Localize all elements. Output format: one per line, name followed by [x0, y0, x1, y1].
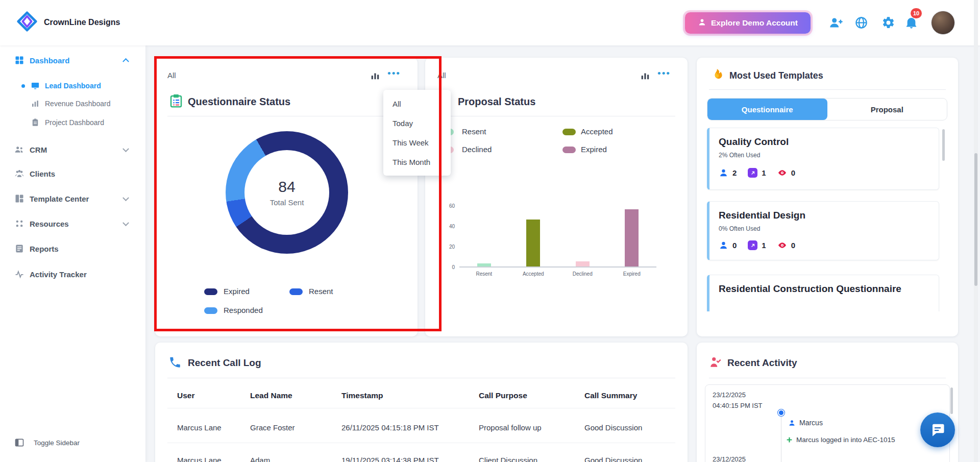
legend-label-declined: Declined [462, 145, 492, 154]
template-item[interactable]: Residential Construction Questionnaire 1… [707, 275, 939, 311]
gear-icon[interactable] [881, 16, 895, 30]
legend-label-resent: Resent [462, 127, 486, 136]
activity-action-text: Marcus logged in into AEC-1015 [796, 436, 895, 444]
template-item[interactable]: Quality Control 2% Often Used 2 1 0 [707, 128, 939, 190]
brand[interactable]: CrownLine Designs [15, 11, 120, 34]
sidebar-item-label: Activity Tracker [30, 270, 87, 279]
activity-user-name: Marcus [799, 419, 823, 427]
toggle-sidebar-label: Toggle Sidebar [34, 439, 80, 447]
chart-type-icon[interactable] [370, 70, 381, 81]
divider [167, 443, 675, 443]
total-sent-label: Total Sent [270, 198, 304, 207]
proposal-filter[interactable]: All [437, 71, 446, 80]
timeline-dot [778, 409, 785, 416]
legend-pill-resent [289, 288, 303, 295]
divider [437, 116, 675, 116]
cell-call-purpose: Client Discussion [479, 456, 537, 462]
sidebar-item-resources[interactable]: Resources [0, 214, 145, 233]
cell-timestamp: 26/11/2025 04:15:18 PM IST [341, 423, 439, 432]
template-list-scrollbar[interactable] [942, 129, 945, 161]
sidebar-item-project-dashboard[interactable]: Project Dashboard [0, 113, 145, 132]
bar-resent[interactable] [477, 263, 491, 266]
divider [709, 89, 946, 90]
user-avatar[interactable] [931, 11, 955, 35]
views-count: 0 [791, 168, 795, 177]
activity-title: Recent Activity [727, 357, 797, 369]
resources-icon [14, 218, 24, 229]
active-bullet [21, 84, 25, 88]
toggle-sidebar-button[interactable]: Toggle Sidebar [0, 433, 145, 452]
legend-label-expired: Expired [581, 145, 607, 154]
sidebar-item-lead-dashboard[interactable]: Lead Dashboard [0, 77, 145, 95]
sidebar-item-dashboard[interactable]: Dashboard [0, 51, 145, 69]
dropdown-option-all[interactable]: All [383, 94, 451, 113]
shares-count: 1 [762, 168, 766, 177]
x-tick: Expired [611, 271, 652, 277]
cell-lead-name: Adam [250, 456, 270, 462]
lead-dashboard-icon [31, 81, 40, 90]
questionnaire-donut[interactable]: 84 Total Sent [226, 131, 348, 254]
chart-type-icon[interactable] [640, 70, 651, 81]
fire-icon [709, 68, 724, 83]
chevron-down-icon [122, 145, 129, 152]
scrollbar-thumb[interactable] [974, 153, 977, 286]
notification-count-badge[interactable]: 10 [911, 8, 922, 18]
timeline-line [781, 415, 781, 462]
cell-user: Marcus Lane [177, 456, 222, 462]
more-options-icon[interactable]: ••• [657, 68, 671, 79]
tab-proposal[interactable]: Proposal [827, 99, 947, 120]
questionnaire-filter[interactable]: All [167, 71, 176, 80]
call-log-title: Recent Call Log [188, 357, 261, 369]
recent-call-log-card: Recent Call Log User Lead Name Timestamp… [155, 343, 688, 462]
col-user: User [177, 391, 194, 400]
divider [167, 378, 675, 378]
sidebar-item-revenue-dashboard[interactable]: Revenue Dashboard [0, 94, 145, 113]
globe-icon[interactable] [854, 16, 868, 30]
template-usage: 0% Often Used [719, 225, 760, 232]
clients-icon [14, 168, 24, 179]
proposal-card-title: Proposal Status [458, 96, 535, 108]
col-timestamp: Timestamp [341, 391, 383, 400]
dropdown-option-today[interactable]: Today [383, 113, 451, 133]
app-root: CrownLine Designs Explore Demo Account [0, 0, 980, 462]
dropdown-option-this-month[interactable]: This Month [383, 152, 451, 172]
person-icon [698, 18, 706, 29]
col-call-purpose: Call Purpose [479, 391, 527, 400]
users-count: 0 [732, 241, 737, 250]
explore-demo-button[interactable]: Explore Demo Account [685, 12, 811, 34]
views-eye-icon [777, 168, 787, 178]
tab-questionnaire[interactable]: Questionnaire [707, 99, 827, 120]
sidebar-item-template-center[interactable]: Template Center [0, 189, 145, 208]
sidebar-item-label: Reports [30, 245, 59, 253]
page-scrollbar[interactable] [974, 0, 978, 462]
share-icon [748, 240, 757, 250]
sidebar-item-crm[interactable]: CRM [0, 140, 145, 159]
bar-accepted[interactable] [526, 220, 540, 266]
bar-declined[interactable] [576, 261, 590, 266]
template-item[interactable]: Residential Design 0% Often Used 0 1 0 [707, 201, 939, 260]
templates-card-title: Most Used Templates [729, 70, 823, 81]
cell-call-summary: Good Discussion [584, 456, 642, 462]
legend-label-accepted: Accepted [581, 127, 613, 136]
sidebar-item-label: Template Center [30, 194, 89, 203]
add-user-icon[interactable] [829, 16, 843, 30]
sidebar-item-reports[interactable]: Reports [0, 239, 145, 258]
proposal-bar-chart[interactable] [459, 206, 656, 268]
more-options-icon[interactable]: ••• [387, 68, 401, 79]
bar-expired[interactable] [625, 209, 639, 266]
dropdown-option-this-week[interactable]: This Week [383, 133, 451, 152]
total-sent-value: 84 [278, 178, 295, 196]
sidebar-item-activity-tracker[interactable]: Activity Tracker [0, 265, 145, 283]
sidebar-item-label: CRM [30, 145, 47, 154]
donut-center: 84 Total Sent [244, 150, 329, 235]
activity-scrollbar[interactable] [950, 387, 953, 414]
chat-button[interactable] [920, 412, 955, 447]
template-title: Residential Design [719, 209, 930, 222]
sidebar-item-label: Clients [30, 169, 55, 178]
x-tick: Declined [562, 271, 603, 277]
cell-lead-name: Grace Foster [250, 423, 295, 432]
questionnaire-status-card: All ••• Questionnaire Status 84 Total Se… [155, 58, 418, 336]
crm-icon [14, 144, 24, 155]
template-usage: 2% Often Used [719, 152, 760, 159]
sidebar-item-clients[interactable]: Clients [0, 164, 145, 183]
